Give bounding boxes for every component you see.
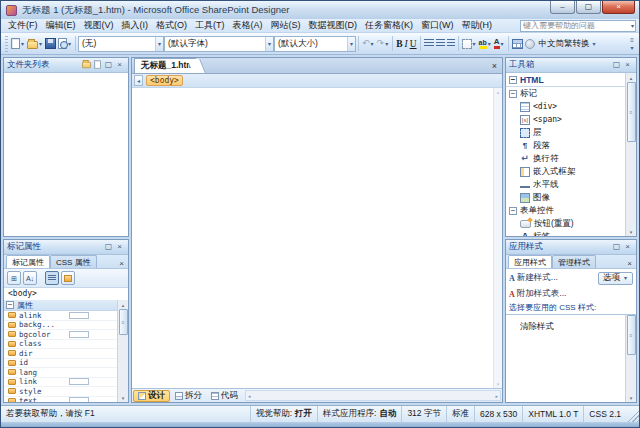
toolbox-item-layer[interactable]: 层: [506, 126, 625, 139]
attribute-row[interactable]: backg...: [4, 321, 117, 331]
toolbox-item-inline-frame[interactable]: 嵌入式框架: [506, 165, 625, 178]
tab-apply-styles[interactable]: 应用样式: [508, 255, 552, 268]
visual-aids-segment[interactable]: 视觉帮助:打开: [250, 406, 317, 422]
attribute-row[interactable]: link: [4, 378, 117, 388]
help-dropdown-icon[interactable]: ▾: [630, 23, 635, 29]
maximize-panel-icon[interactable]: ▢: [103, 243, 114, 251]
toolbox-item-label[interactable]: A标签: [506, 230, 625, 236]
menu-format[interactable]: 格式(O): [152, 19, 191, 32]
summary-button[interactable]: [61, 271, 75, 285]
folder-icon[interactable]: [81, 59, 92, 71]
attribute-value-cell[interactable]: [69, 312, 89, 319]
attribute-row[interactable]: lang: [4, 368, 117, 378]
attach-stylesheet-button[interactable]: A附加样式表...: [509, 288, 566, 300]
maximize-button[interactable]: ▢: [576, 1, 601, 14]
font-dropdown[interactable]: (默认字体)▾: [164, 36, 274, 52]
save-button[interactable]: [44, 35, 57, 53]
design-canvas[interactable]: [132, 88, 493, 388]
menu-site[interactable]: 网站(S): [267, 19, 305, 32]
body-tag-chip[interactable]: <body>: [146, 75, 183, 86]
menu-help[interactable]: 帮助(H): [458, 19, 497, 32]
scrollbar-thumb[interactable]: ≡: [119, 309, 128, 335]
attribute-value-cell[interactable]: [69, 397, 89, 402]
toolbox-item-line-break[interactable]: ↵换行符: [506, 152, 625, 165]
toolbox-item-reset-button[interactable]: 按钮(重置): [506, 217, 625, 230]
tag-nav-left-icon[interactable]: ◂: [134, 75, 143, 86]
menu-insert[interactable]: 插入(I): [118, 19, 153, 32]
code-view-tab[interactable]: 代码: [207, 390, 242, 402]
scrollbar-thumb[interactable]: ≡: [627, 315, 636, 355]
attribute-row[interactable]: dir: [4, 349, 117, 359]
toolbox-scrollbar[interactable]: ▴ ≡ ▾: [625, 73, 636, 236]
toolbox-header[interactable]: 工具箱 ▢ ×: [506, 58, 636, 73]
toolbox-item-div[interactable]: <div>: [506, 100, 625, 113]
style-dropdown[interactable]: (无)▾: [78, 36, 164, 52]
toolbox-html-header[interactable]: −HTML: [506, 74, 625, 87]
attribute-row[interactable]: alink: [4, 311, 117, 321]
menu-file[interactable]: 文件(F): [4, 19, 42, 32]
split-view-tab[interactable]: 拆分: [171, 390, 206, 402]
hyperlink-button[interactable]: [524, 35, 536, 53]
menu-view[interactable]: 视图(V): [80, 19, 118, 32]
toolbar-options-button[interactable]: ≡▾: [627, 35, 637, 53]
scroll-up-icon[interactable]: ▴: [630, 73, 633, 82]
maximize-panel-icon[interactable]: ▢: [103, 61, 114, 69]
attribute-row[interactable]: bgcolor: [4, 330, 117, 340]
toolbox-group-form-controls[interactable]: −表单控件: [506, 204, 625, 217]
underline-button[interactable]: U: [409, 35, 418, 53]
highlight-button[interactable]: ab▾: [478, 35, 493, 53]
attribute-row[interactable]: id: [4, 359, 117, 369]
resize-grip[interactable]: [626, 406, 639, 422]
close-panel-icon[interactable]: ×: [114, 243, 125, 251]
font-size-dropdown[interactable]: (默认大小)▾: [274, 36, 356, 52]
attribute-row[interactable]: style: [4, 387, 117, 397]
alphabetical-sort-button[interactable]: A↓: [23, 271, 37, 285]
dimensions-segment[interactable]: 628 x 530: [474, 406, 522, 422]
align-center-button[interactable]: [435, 35, 446, 53]
menu-task-panes[interactable]: 任务窗格(K): [361, 19, 417, 32]
attribute-row[interactable]: text: [4, 397, 117, 403]
show-set-properties-button[interactable]: [45, 271, 59, 285]
align-left-button[interactable]: [423, 35, 435, 53]
list-item-clear-styles[interactable]: 清除样式: [506, 315, 625, 402]
minimize-button[interactable]: –: [550, 1, 575, 14]
attributes-section-header[interactable]: − 属性: [4, 300, 117, 311]
attributes-scrollbar[interactable]: ▴ ≡ ▾: [117, 300, 128, 402]
menu-data-view[interactable]: 数据视图(D): [305, 19, 362, 32]
design-horizontal-scrollbar[interactable]: ◂ ▸: [245, 390, 501, 401]
apply-styles-header[interactable]: 应用样式 ▢ ×: [506, 240, 636, 255]
maximize-panel-icon[interactable]: ▢: [611, 243, 622, 251]
new-page-icon[interactable]: [92, 59, 103, 72]
redo-button[interactable]: ↷▾: [376, 35, 391, 53]
close-icon[interactable]: ×: [625, 259, 634, 268]
collapse-icon[interactable]: −: [509, 207, 517, 215]
folder-list-body[interactable]: [4, 73, 128, 236]
close-document-icon[interactable]: ×: [487, 61, 502, 71]
chinese-conversion-button[interactable]: 中文简繁转换▾: [536, 38, 600, 50]
italic-button[interactable]: I: [404, 35, 409, 53]
collapse-icon[interactable]: −: [509, 76, 517, 84]
tab-tag-properties[interactable]: 标记属性: [6, 255, 50, 268]
open-button[interactable]: ▾: [26, 35, 44, 53]
collapse-icon[interactable]: −: [6, 301, 14, 309]
scroll-up-icon[interactable]: ▴: [122, 300, 125, 309]
close-panel-icon[interactable]: ×: [622, 61, 633, 69]
document-tab[interactable]: 无标题_1.htm: [134, 58, 196, 73]
undo-button[interactable]: ↶▾: [361, 35, 376, 53]
options-button[interactable]: 选项▾: [598, 272, 633, 285]
insert-table-button[interactable]: [511, 35, 524, 53]
categorized-view-button[interactable]: ⊞: [7, 271, 21, 285]
new-document-button[interactable]: ▾: [10, 35, 26, 53]
toolbox-item-paragraph[interactable]: ¶段落: [506, 139, 625, 152]
attribute-value-cell[interactable]: [69, 331, 89, 338]
close-panel-icon[interactable]: ×: [114, 61, 125, 69]
help-search-input[interactable]: [521, 21, 630, 30]
preview-button[interactable]: ▾: [57, 35, 73, 53]
menu-window[interactable]: 窗口(W): [417, 19, 458, 32]
toolbox-item-span[interactable]: [s]<span>: [506, 113, 625, 126]
collapse-icon[interactable]: −: [509, 90, 517, 98]
maximize-panel-icon[interactable]: ▢: [611, 61, 622, 69]
folder-list-header[interactable]: 文件夹列表 ▢ ×: [4, 58, 128, 73]
styles-scrollbar[interactable]: ≡ ▾: [625, 315, 636, 402]
close-icon[interactable]: ×: [117, 259, 126, 268]
